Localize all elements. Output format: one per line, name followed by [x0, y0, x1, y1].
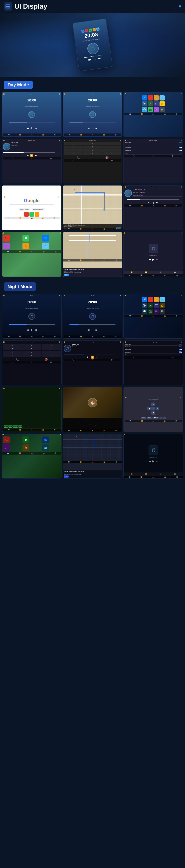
night-app-1[interactable]: ✈️ [142, 297, 147, 302]
wave-ctrl-3[interactable]: TREBLE [12, 425, 18, 428]
night-dial-4[interactable]: 4 [3, 347, 22, 350]
bt-next[interactable]: ⏭ [35, 154, 37, 157]
night-dial-1[interactable]: 1 [3, 344, 22, 347]
night-dial-3[interactable]: 3 [42, 344, 60, 347]
night-launch-music[interactable]: 🎵 [3, 444, 10, 451]
app-icon-4[interactable]: ⚙️ [160, 95, 165, 100]
app-icon-5[interactable]: 📡 [142, 101, 147, 106]
night-app-10[interactable]: 📷 [148, 309, 153, 314]
dial-9[interactable]: 9 [102, 149, 122, 152]
launch-safari[interactable]: 🌐 [42, 235, 49, 242]
play-pause-button[interactable]: ⏸ [92, 57, 97, 61]
night-dial-7[interactable]: 7 [3, 351, 22, 354]
night-launch-msg[interactable]: 💬 [23, 436, 29, 443]
dial-7[interactable]: 7 [63, 149, 83, 152]
night-dial-5[interactable]: 5 [22, 347, 41, 350]
media-ctrl-4[interactable]: 📋 [174, 272, 176, 273]
auto-answer-toggle[interactable] [179, 147, 182, 148]
night-next-2[interactable]: ⏭ [95, 329, 98, 331]
launch-phone[interactable]: 📞 [3, 235, 10, 242]
google-search-btn[interactable]: Google Search [19, 208, 30, 211]
app-icon-11[interactable]: 🎮 [154, 107, 159, 112]
night-app-3[interactable]: 🗺️ [154, 297, 159, 302]
wave-ctrl-1[interactable]: BASS [4, 425, 8, 428]
app-icon-3[interactable]: 🗺️ [154, 95, 159, 100]
prev-2[interactable]: ⏮ [87, 127, 90, 129]
auto-connect-toggle[interactable] [179, 150, 182, 151]
night-app-8[interactable]: 📻 [160, 303, 165, 308]
night-app-7[interactable]: BT [154, 303, 159, 308]
night-launch-phone[interactable]: 📞 [3, 436, 10, 443]
social-next[interactable]: ⏭ [156, 202, 158, 204]
dir-up[interactable]: ▲ [151, 403, 155, 406]
night-media-ctrl-2[interactable]: 🔁 [145, 473, 147, 475]
night-bt-prev[interactable]: ⏮ [87, 356, 89, 359]
arrow-btn-1[interactable]: HOME [141, 417, 146, 419]
app-icon-9[interactable]: 💬 [142, 107, 147, 112]
launch-podcast[interactable]: 🎙️ [23, 243, 29, 249]
google-search-box[interactable] [9, 205, 54, 206]
night-dial-8[interactable]: 8 [22, 351, 41, 354]
arrow-btn-3[interactable]: MENU [153, 417, 159, 419]
dial-3[interactable]: 3 [102, 142, 122, 145]
night-dial-hash[interactable]: # [42, 354, 60, 357]
night-dial-6[interactable]: 6 [42, 347, 60, 350]
night-dial-2[interactable]: 2 [22, 344, 41, 347]
next-button[interactable]: ⏭ [98, 56, 101, 60]
night-app-9[interactable]: 💬 [142, 309, 147, 314]
app-icon-12[interactable]: ⚙️ [160, 107, 165, 112]
night-dial-9[interactable]: 9 [42, 351, 60, 354]
wave-ctrl-2[interactable]: MID [8, 425, 12, 428]
night-media-ctrl-4[interactable]: 📋 [174, 473, 176, 475]
play-1[interactable]: ⏸ [30, 127, 33, 130]
play-2[interactable]: ⏸ [91, 127, 94, 130]
night-launch-maps[interactable]: 🗺️ [42, 444, 49, 451]
night-auto-answer-toggle[interactable] [179, 349, 182, 350]
dial-6[interactable]: 6 [102, 146, 122, 149]
route-go-btn[interactable]: GO [63, 274, 69, 276]
call-button[interactable]: 📞 [76, 156, 80, 159]
social-item-2[interactable]: 华东_好久_111_01.mp3 [133, 191, 182, 194]
media-ctrl-1[interactable]: 🔀 [131, 272, 133, 273]
night-call-btn[interactable]: 📞 [16, 358, 19, 361]
dir-left[interactable]: ◀ [147, 407, 151, 410]
night-bt-next[interactable]: ⏭ [96, 356, 98, 359]
night-launch-podcast[interactable]: 🎙️ [23, 444, 29, 451]
night-next-1[interactable]: ⏭ [34, 329, 37, 331]
dial-star[interactable]: * [63, 152, 83, 155]
next-2[interactable]: ⏭ [95, 127, 98, 129]
night-prev-1[interactable]: ⏮ [27, 329, 29, 331]
media-prev[interactable]: ⏮ [149, 258, 151, 261]
night-media-ctrl-3[interactable]: 🔊 [160, 473, 161, 475]
night-play-1[interactable]: ⏸ [30, 329, 33, 332]
night-media-prev[interactable]: ⏮ [149, 460, 151, 463]
app-icon-8[interactable]: 📻 [160, 101, 165, 106]
launch-music[interactable]: 🎵 [3, 243, 10, 249]
night-app-5[interactable]: 📡 [142, 303, 147, 308]
night-media-play[interactable]: ▶ [152, 460, 154, 463]
launch-msg[interactable]: 💬 [23, 235, 29, 242]
dial-2[interactable]: 2 [83, 142, 102, 145]
prev-button[interactable]: ⏮ [88, 58, 91, 61]
bt-play[interactable]: ▶️ [30, 154, 33, 157]
launch-maps[interactable]: 🗺️ [42, 243, 49, 249]
social-item-1[interactable]: ▶ 华东_好久不见.mp3 [133, 189, 182, 191]
dial-5[interactable]: 5 [83, 146, 102, 149]
prev-1[interactable]: ⏮ [27, 127, 29, 129]
dial-hash[interactable]: # [102, 152, 122, 155]
night-app-6[interactable]: 🚗 [148, 303, 153, 308]
night-dial-0[interactable]: 0 [22, 354, 41, 357]
night-app-4[interactable]: ⚙️ [160, 297, 165, 302]
night-launch-safari[interactable]: 🌐 [42, 436, 49, 443]
night-app-2[interactable]: 🎵 [148, 297, 153, 302]
media-ctrl-2[interactable]: 🔁 [145, 272, 147, 273]
night-auto-connect-toggle[interactable] [179, 351, 182, 353]
app-icon-2[interactable]: 🎵 [148, 95, 153, 100]
dir-center[interactable]: ⊙ [151, 407, 155, 410]
arrow-btn-5[interactable]: - [163, 417, 166, 419]
google-feeling-btn[interactable]: I'm Feeling Lucky [32, 208, 45, 211]
menu-icon[interactable]: ≡ [179, 4, 181, 9]
night-dial-star[interactable]: * [3, 354, 22, 357]
social-item-3[interactable]: 华东1_好久_好.mp3 [133, 194, 182, 197]
media-play[interactable]: ▶ [152, 258, 154, 261]
